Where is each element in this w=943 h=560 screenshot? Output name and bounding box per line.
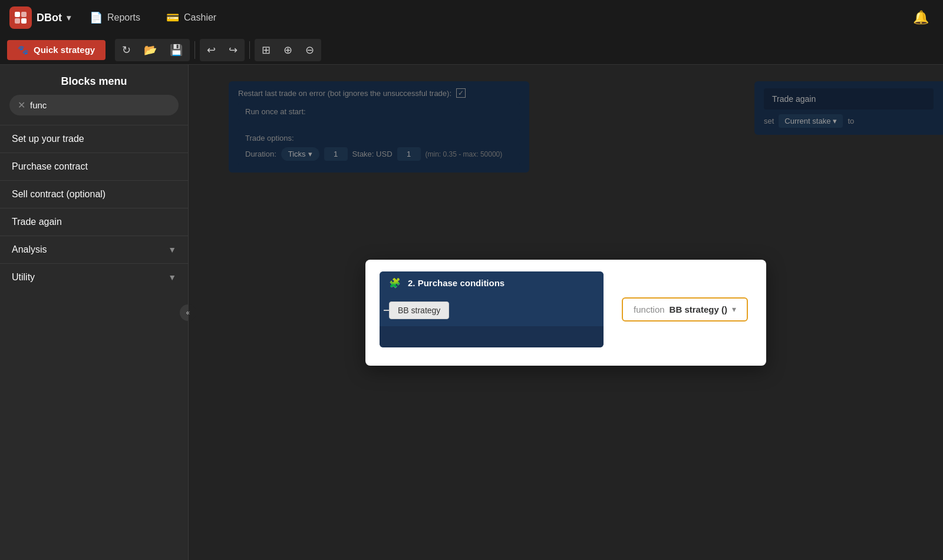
sidebar-item-trade-again[interactable]: Trade again [0,208,188,236]
bb-strategy-label: BB strategy [398,306,440,315]
search-clear-icon[interactable]: ✕ [18,100,25,111]
sidebar-item-purchase[interactable]: Purchase contract [0,153,188,180]
toolbar-separator-2 [249,41,250,59]
function-name: BB strategy () [670,304,727,314]
function-chip[interactable]: function BB strategy () ▾ [622,297,748,322]
undo-button[interactable]: ↩ [201,40,222,60]
topnav: DBot ▾ 📄 Reports 💳 Cashier 🔔 [0,0,943,35]
sidebar-item-purchase-label: Purchase contract [12,161,88,172]
quick-strategy-button[interactable]: 🐾 Quick strategy [7,40,105,60]
toolbar-separator [194,41,195,59]
search-input[interactable] [30,100,170,110]
toolbar: 🐾 Quick strategy ↻ 📂 💾 ↩ ↪ ⊞ ⊕ ⊖ [0,35,943,65]
quick-strategy-label: Quick strategy [34,45,95,55]
popup-right-section: function BB strategy () ▾ [618,297,752,322]
modal-backdrop: 🧩 2. Purchase conditions BB strategy [189,65,943,560]
dropdown-arrow-icon: ▾ [67,13,71,22]
svg-rect-0 [15,12,20,17]
sidebar-item-setup[interactable]: Set up your trade [0,125,188,153]
sidebar-item-sell-label: Sell contract (optional) [12,189,105,200]
sidebar-item-analysis[interactable]: Analysis ▼ [0,236,188,263]
utility-chevron-icon: ▼ [168,273,176,282]
popup-content-row: 🧩 2. Purchase conditions BB strategy [380,271,752,347]
reports-icon: 📄 [90,11,103,24]
analysis-chevron-icon: ▼ [168,245,176,254]
cashier-icon: 💳 [166,11,179,24]
blocks-menu-title: Blocks menu [0,65,188,95]
popup-purchase-header-label: 2. Purchase conditions [408,278,505,288]
svg-rect-1 [21,12,27,17]
canvas-area: Restart last trade on error (bot ignores… [189,65,943,560]
main-layout: Blocks menu ✕ Set up your trade Purchase… [0,65,943,560]
quick-strategy-icon: 🐾 [18,45,29,55]
popup-purchase-block: 🧩 2. Purchase conditions BB strategy [380,271,604,347]
notification-bell-icon[interactable]: 🔔 [908,5,934,30]
zoom-in-button[interactable]: ⊕ [278,40,298,60]
sidebar-item-utility[interactable]: Utility ▼ [0,263,188,291]
sidebar-item-utility-label: Utility [12,272,35,283]
sidebar-item-analysis-label: Analysis [12,244,47,255]
open-button[interactable]: 📂 [138,40,163,60]
refresh-button[interactable]: ↻ [116,40,137,60]
layout-button[interactable]: ⊞ [256,40,276,60]
sidebar-item-sell[interactable]: Sell contract (optional) [0,180,188,208]
search-box: ✕ [9,95,179,115]
purchase-puzzle-icon: 🧩 [389,277,401,289]
logo-button[interactable]: DBot ▾ [9,6,71,29]
reports-label: Reports [107,12,140,23]
bb-strategy-chip: BB strategy [389,301,449,319]
cashier-label: Cashier [184,12,216,23]
popup-card: 🧩 2. Purchase conditions BB strategy [365,260,766,366]
save-button[interactable]: 💾 [164,40,189,60]
svg-rect-2 [15,18,20,24]
popup-purchase-footer [380,326,604,347]
zoom-out-button[interactable]: ⊖ [299,40,320,60]
toolbar-action-group: ↻ 📂 💾 [115,39,190,61]
sidebar-item-setup-label: Set up your trade [12,134,84,144]
function-dropdown-icon: ▾ [732,304,736,314]
popup-purchase-body: BB strategy [380,294,604,326]
reports-nav-item[interactable]: 📄 Reports [83,6,147,29]
popup-purchase-header: 🧩 2. Purchase conditions [380,271,604,294]
toolbar-history-group: ↩ ↪ [200,39,245,61]
svg-rect-3 [21,18,27,24]
app-name: DBot [37,12,62,24]
toolbar-view-group: ⊞ ⊕ ⊖ [255,39,321,61]
function-keyword: function [634,304,665,314]
logo-icon [9,6,32,29]
redo-button[interactable]: ↪ [223,40,243,60]
sidebar-item-trade-again-label: Trade again [12,217,62,227]
cashier-nav-item[interactable]: 💳 Cashier [159,6,223,29]
sidebar: Blocks menu ✕ Set up your trade Purchase… [0,65,189,560]
